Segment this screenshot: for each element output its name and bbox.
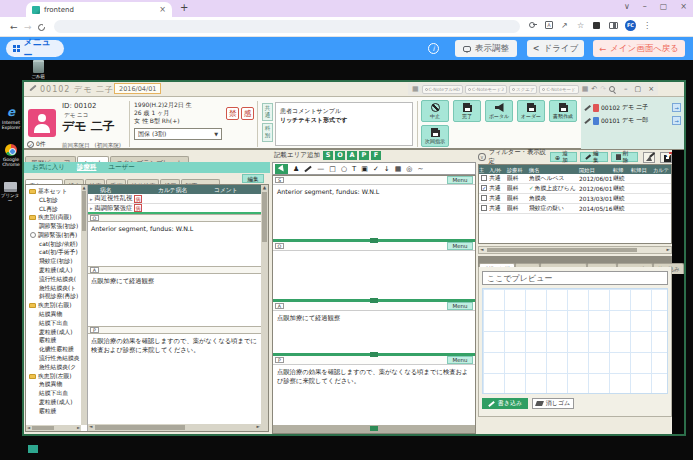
tree-item[interactable]: 疾患別(右眼) [27,301,87,310]
write-button[interactable]: 書き込み [482,398,528,409]
rectangle-tool-icon[interactable]: □ [329,164,336,174]
tree-item[interactable]: 麦粒腫(成人) [27,328,87,337]
patient-list-item[interactable]: 00101 デモ 一郎 [581,114,684,127]
record-tool-icon[interactable]: ◎ [406,164,412,174]
patient-list-item[interactable]: 00102 デモ 二子 [581,101,684,114]
forward-icon[interactable]: → [24,22,32,32]
layout-grid2-icon[interactable]: ▦ [582,85,589,93]
edit-pencil-icon[interactable] [584,118,590,124]
close-icon[interactable]: × [680,2,687,11]
menu-button[interactable]: メニュー [6,40,64,57]
layout-grid-icon[interactable]: ▦ [412,85,419,93]
section-resize-handle[interactable] [273,239,475,242]
main-diagnosis-checkbox[interactable] [481,195,487,201]
diagnosis-row[interactable]: 両調節緊張症 病 [88,204,261,214]
insurance-select[interactable]: 国保 (3割) ▼ [134,128,222,140]
category-tab[interactable]: ユーザー [108,163,134,172]
mode-option[interactable]: スクエア [509,85,537,94]
contraindication-badge[interactable]: 禁 [226,107,239,120]
editor-section-bar-o[interactable]: OMenu [273,242,475,251]
tree-item[interactable]: 斜視診察(再診) [27,293,87,302]
tree-item[interactable]: 化膿性霰粒腫 [27,345,87,354]
action-button[interactable]: 中止 [421,100,449,122]
mode-option[interactable]: C-NoteフルHD [422,85,463,94]
editor-section-bar-s[interactable]: SMenu [273,176,475,185]
image-tool-icon[interactable]: ▣ [361,164,368,174]
tree-item[interactable]: 急性結膜炎(ト [27,284,87,293]
magnifier-icon[interactable] [609,86,615,92]
category-tab[interactable]: 診療科 [77,163,97,172]
section-menu-button[interactable]: Menu [447,242,473,250]
main-diagnosis-checkbox[interactable] [481,175,487,181]
visit-date-chip[interactable]: 2016/04/01 [114,83,161,94]
tree-item[interactable]: 霰粒腫 [27,337,87,346]
maximize-icon[interactable]: ▢ [660,2,668,11]
tree-item[interactable]: 疾患別(左眼) [27,372,87,381]
action-button[interactable]: 次回指示 [421,125,449,147]
section-menu-button[interactable]: Menu [447,356,473,364]
category-tab[interactable]: お気に入り [32,163,65,172]
desktop-icon-chrome[interactable]: Google Chrome [1,144,21,168]
back-icon[interactable]: ← [10,22,18,32]
tab-search-chevron-icon[interactable]: ∨ [624,2,630,11]
mode-option[interactable]: C-Noteモード2 [465,85,507,94]
tree-item[interactable]: 麦粒腫(成人) [27,398,87,407]
edit-diagnosis-button[interactable]: 編集 [580,152,608,162]
add-area-button[interactable]: F [371,151,381,160]
main-diagnosis-checkbox[interactable] [481,185,487,191]
bookmark-star-icon[interactable]: ☆ [577,21,584,30]
tree-item[interactable]: 調節緊張(初再) [27,231,87,240]
section-text-p[interactable]: 点眼治療の効果を確認しますので、薬がなくなる頃までに検査および診察に来院してくだ… [88,334,261,424]
tree-item[interactable]: 麦粒腫(成人) [27,266,87,275]
open-patient-arrow-button[interactable] [672,103,681,112]
translate-icon[interactable]: A [545,21,553,29]
desktop-icon-ie[interactable]: e Internet Explorer [1,106,21,131]
editor-section-text-s[interactable]: Anterior segment, fundus: W.N.L [273,185,475,239]
mode-option[interactable]: C-Noteモード [539,85,578,94]
tree-item[interactable]: 調節緊張(初診) [27,222,87,231]
sidebar-icon[interactable] [609,22,618,29]
profile-avatar[interactable]: FC [625,20,636,31]
tree-item[interactable]: cat(初診/依頼) [27,240,87,249]
action-button[interactable]: 完了 [453,100,481,122]
editor-bottom-handle[interactable] [273,425,475,433]
tree-item[interactable]: 角膜異物 [27,381,87,390]
tree-item[interactable]: 基本セット [27,187,87,196]
emr-close-icon[interactable]: × [648,85,654,93]
open-patient-arrow-button[interactable] [672,116,681,125]
content-horizontal-scrollbar[interactable]: ◄► [88,424,261,431]
section-menu-button[interactable]: Menu [447,302,473,310]
editor-section-text-o[interactable] [273,251,475,299]
tab-close-icon[interactable]: × [159,6,166,14]
action-button[interactable]: オーダー [517,100,545,122]
tree-item[interactable]: 結膜異物 [27,310,87,319]
tree-item[interactable]: 流行性結膜炎( [27,275,87,284]
drive-button[interactable]: < ドライブ [527,40,584,57]
return-main-button[interactable]: ← メイン画面へ戻る [593,40,685,57]
section-bar-a[interactable]: A [88,266,261,274]
tabs-overflow-icon[interactable]: ▼ [666,153,670,159]
info-icon[interactable]: i [428,43,439,54]
import-tool-icon[interactable]: ↓ [384,164,390,174]
main-diagnosis-checkbox[interactable] [481,205,487,211]
table-tool-icon[interactable]: ▦ [395,164,402,174]
tree-item[interactable]: CL再診 [27,205,87,214]
editor-section-bar-p[interactable]: PMenu [273,356,475,365]
section-bar-o[interactable]: O [88,214,261,222]
editor-section-text-a[interactable]: 点眼加療にて経過観察 [273,311,475,353]
tree-horizontal-scrollbar[interactable]: ◄► [26,425,81,431]
circle-tool-icon[interactable]: ○ [341,164,347,174]
infection-badge[interactable]: 感 [241,107,254,120]
patient-comment-box[interactable]: 患者コメントサンプル リッチテキスト形式です [275,102,413,146]
add-diagnosis-button[interactable]: 追加 [550,152,577,162]
content-vertical-scrollbar[interactable]: ▲ [261,185,268,431]
diagnosis-filter-row[interactable]: 共通 眼科 ✓飛蚊症の疑い 2014/05/16 継続 [479,204,671,214]
tree-item[interactable]: 飛蚊症(初診) [27,257,87,266]
redo-icon[interactable]: ↷ [600,85,606,93]
tree-item[interactable]: 結膜下出血 [27,319,87,328]
tree-item[interactable]: 結膜下出血 [27,389,87,398]
section-resize-handle[interactable] [273,353,475,356]
address-input[interactable] [54,20,520,33]
brush-clear-button[interactable] [643,152,655,163]
undo-icon[interactable]: ↶ [591,85,597,93]
